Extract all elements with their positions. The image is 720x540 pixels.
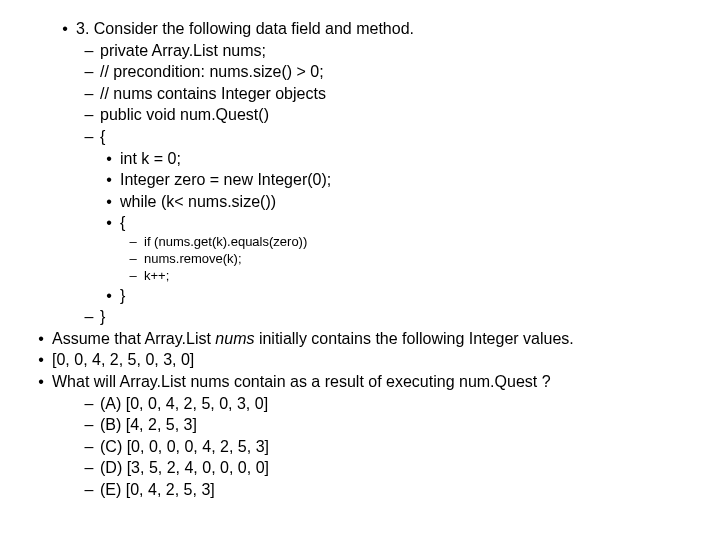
text: Integer zero = new Integer(0);	[120, 169, 331, 191]
initial-values: [0, 0, 4, 2, 5, 0, 3, 0]	[30, 349, 690, 371]
text: }	[120, 285, 125, 307]
bullet-icon	[98, 191, 120, 213]
dash-icon	[122, 251, 144, 268]
dash-icon	[78, 457, 100, 479]
text: (A) [0, 0, 4, 2, 5, 0, 3, 0]	[100, 393, 268, 415]
dash-icon	[78, 104, 100, 126]
code-line-brace-open-2: {	[98, 212, 690, 234]
text-a: Assume that Array.List	[52, 330, 215, 347]
bullet-icon	[98, 212, 120, 234]
code-line-brace-close: }	[98, 285, 690, 307]
dash-icon	[78, 306, 100, 328]
question-line-1: 3. Consider the following data field and…	[54, 18, 690, 40]
code-line-while: while (k< nums.size())	[98, 191, 690, 213]
text: // precondition: nums.size() > 0;	[100, 61, 324, 83]
bullet-icon	[98, 148, 120, 170]
code-line-precondition: // precondition: nums.size() > 0;	[78, 61, 690, 83]
dash-icon	[78, 414, 100, 436]
dash-icon	[78, 40, 100, 62]
nums-var: nums	[215, 330, 254, 347]
assume-line: Assume that Array.List nums initially co…	[30, 328, 690, 350]
text: {	[100, 126, 105, 148]
bullet-icon	[30, 349, 52, 371]
text: (D) [3, 5, 2, 4, 0, 0, 0, 0]	[100, 457, 269, 479]
dash-icon	[78, 126, 100, 148]
text: // nums contains Integer objects	[100, 83, 326, 105]
text: Assume that Array.List nums initially co…	[52, 328, 574, 350]
text: private Array.List nums;	[100, 40, 266, 62]
dash-icon	[78, 61, 100, 83]
text: if (nums.get(k).equals(zero))	[144, 234, 307, 251]
code-line-k: int k = 0;	[98, 148, 690, 170]
code-line-kpp: k++;	[122, 268, 690, 285]
code-line-method: public void num.Quest()	[78, 104, 690, 126]
dash-icon	[122, 268, 144, 285]
option-e: (E) [0, 4, 2, 5, 3]	[78, 479, 690, 501]
bullet-icon	[98, 169, 120, 191]
text: k++;	[144, 268, 169, 285]
bullet-icon	[30, 371, 52, 393]
text: {	[120, 212, 125, 234]
dash-icon	[122, 234, 144, 251]
code-line-zero: Integer zero = new Integer(0);	[98, 169, 690, 191]
bullet-icon	[54, 18, 76, 40]
text: int k = 0;	[120, 148, 181, 170]
text: (B) [4, 2, 5, 3]	[100, 414, 197, 436]
dash-icon	[78, 436, 100, 458]
text-c: initially contains the following Integer…	[254, 330, 573, 347]
dash-icon	[78, 393, 100, 415]
text: nums.remove(k);	[144, 251, 242, 268]
text: while (k< nums.size())	[120, 191, 276, 213]
code-line-remove: nums.remove(k);	[122, 251, 690, 268]
option-c: (C) [0, 0, 0, 0, 4, 2, 5, 3]	[78, 436, 690, 458]
text: public void num.Quest()	[100, 104, 269, 126]
text: }	[100, 306, 105, 328]
bullet-icon	[30, 328, 52, 350]
text: [0, 0, 4, 2, 5, 0, 3, 0]	[52, 349, 194, 371]
question-ask: What will Array.List nums contain as a r…	[30, 371, 690, 393]
option-d: (D) [3, 5, 2, 4, 0, 0, 0, 0]	[78, 457, 690, 479]
dash-icon	[78, 83, 100, 105]
code-line-private: private Array.List nums;	[78, 40, 690, 62]
option-b: (B) [4, 2, 5, 3]	[78, 414, 690, 436]
code-line-brace-open: {	[78, 126, 690, 148]
code-line-if: if (nums.get(k).equals(zero))	[122, 234, 690, 251]
code-line-brace-close-2: }	[78, 306, 690, 328]
text: (C) [0, 0, 0, 0, 4, 2, 5, 3]	[100, 436, 269, 458]
dash-icon	[78, 479, 100, 501]
text: What will Array.List nums contain as a r…	[52, 371, 551, 393]
text: (E) [0, 4, 2, 5, 3]	[100, 479, 215, 501]
option-a: (A) [0, 0, 4, 2, 5, 0, 3, 0]	[78, 393, 690, 415]
text: 3. Consider the following data field and…	[76, 18, 414, 40]
code-line-comment: // nums contains Integer objects	[78, 83, 690, 105]
bullet-icon	[98, 285, 120, 307]
